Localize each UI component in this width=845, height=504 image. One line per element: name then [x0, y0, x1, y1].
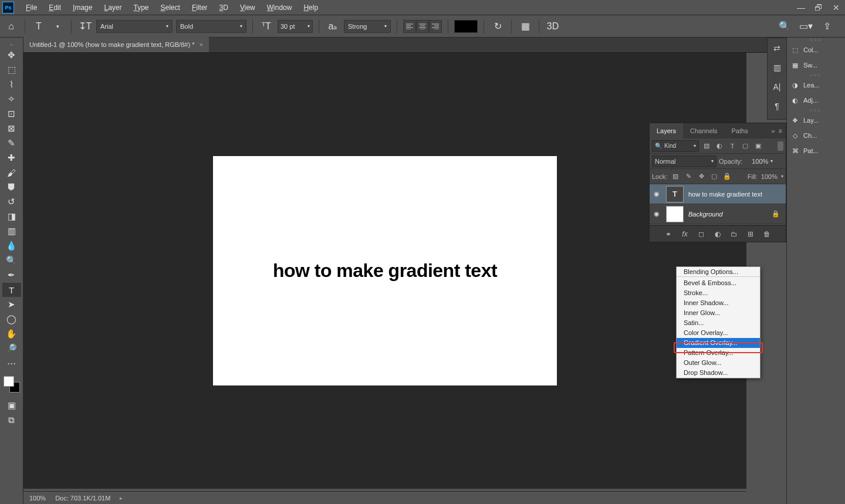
chevron-right-icon[interactable]: ▸: [120, 495, 123, 501]
menu-layer[interactable]: Layer: [98, 0, 127, 15]
filter-pixel-icon[interactable]: ▧: [701, 141, 712, 151]
crop-tool[interactable]: ⊡: [2, 107, 21, 121]
window-restore-button[interactable]: 🗗: [810, 0, 827, 15]
healing-tool[interactable]: ✚: [2, 151, 21, 165]
layer-thumbnail[interactable]: [666, 206, 684, 222]
screenmode-tool[interactable]: ⧉: [2, 413, 21, 427]
layer-row[interactable]: ◉ Background 🔒: [650, 204, 786, 224]
align-right-button[interactable]: [429, 20, 442, 33]
menu-item-outer-glow[interactable]: Outer Glow...: [677, 358, 760, 368]
lasso-tool[interactable]: ⌇: [2, 77, 21, 92]
chevron-down-icon[interactable]: ▾: [770, 158, 773, 164]
align-center-button[interactable]: [416, 20, 429, 33]
window-minimize-button[interactable]: —: [792, 0, 810, 15]
histogram-icon[interactable]: ▥: [768, 57, 786, 77]
layer-thumbnail[interactable]: T: [666, 186, 684, 202]
shape-tool[interactable]: ◯: [2, 312, 21, 326]
frame-tool[interactable]: ⊠: [2, 121, 21, 136]
dropdown-icon[interactable]: ▾: [50, 19, 65, 34]
opacity-value[interactable]: 100%: [745, 158, 768, 165]
history-brush-tool[interactable]: ↺: [2, 195, 21, 209]
path-select-tool[interactable]: ➤: [2, 297, 21, 312]
warp-text-icon[interactable]: ↻: [490, 19, 505, 34]
panel-handle-icon[interactable]: ≡≡≡: [787, 73, 845, 77]
panel-menu[interactable]: »≡: [768, 127, 786, 134]
menu-type[interactable]: Type: [127, 0, 154, 15]
close-icon[interactable]: ×: [199, 41, 202, 48]
filter-type-icon[interactable]: T: [727, 141, 738, 151]
adjustment-icon[interactable]: ◐: [712, 230, 723, 238]
canvas[interactable]: how to make gradient text: [213, 156, 557, 385]
menu-item-color-overlay[interactable]: Color Overlay...: [677, 328, 760, 338]
character-icon[interactable]: A|: [768, 77, 786, 96]
type-tool[interactable]: T: [2, 283, 21, 297]
panel-adjustments[interactable]: ◐Adj...: [787, 93, 845, 108]
fill-value[interactable]: 100%: [761, 173, 778, 180]
chevron-down-icon[interactable]: ▾: [781, 174, 783, 179]
orientation-icon[interactable]: ↧T: [77, 19, 93, 34]
quick-select-tool[interactable]: ✧: [2, 92, 21, 106]
filter-shape-icon[interactable]: ▢: [740, 141, 751, 151]
menu-item-inner-glow[interactable]: Inner Glow...: [677, 308, 760, 318]
edit-toolbar[interactable]: ⋯: [2, 356, 21, 370]
menu-help[interactable]: Help: [298, 0, 324, 15]
search-icon[interactable]: 🔍: [777, 19, 792, 34]
panel-handle-icon[interactable]: ≡≡≡: [787, 38, 845, 42]
eyedropper-tool[interactable]: ✎: [2, 136, 21, 150]
pen-tool[interactable]: ✒: [2, 268, 21, 282]
layer-name[interactable]: how to make gradient text: [688, 191, 762, 198]
tab-layers[interactable]: Layers: [650, 123, 683, 138]
brush-tool[interactable]: 🖌: [2, 165, 21, 180]
menu-item-bevel-emboss[interactable]: Bevel & Emboss...: [677, 278, 760, 288]
dodge-tool[interactable]: 🔍: [2, 253, 21, 268]
3d-icon[interactable]: 3D: [545, 19, 560, 34]
panel-color[interactable]: ⬚Col...: [787, 42, 845, 57]
menu-view[interactable]: View: [234, 0, 261, 15]
move-tool[interactable]: ✥: [2, 48, 21, 62]
character-panel-icon[interactable]: ▦: [518, 19, 533, 34]
lock-paint-icon[interactable]: ✎: [684, 172, 693, 180]
collapse-handle-icon[interactable]: »: [6, 42, 18, 46]
menu-item-drop-shadow[interactable]: Drop Shadow...: [677, 368, 760, 378]
home-icon[interactable]: ⌂: [4, 19, 19, 34]
menu-item-gradient-overlay[interactable]: Gradient Overlay...: [677, 338, 760, 348]
doc-size[interactable]: Doc: 703.1K/1.01M: [55, 495, 110, 502]
workspace-icon[interactable]: ▭▾: [798, 19, 813, 34]
menu-edit[interactable]: Edit: [43, 0, 67, 15]
mask-icon[interactable]: ◻: [696, 230, 707, 238]
font-family-select[interactable]: Arial▾: [96, 20, 173, 33]
quickmask-tool[interactable]: ▣: [2, 398, 21, 412]
share-icon[interactable]: ⇪: [819, 19, 834, 34]
menu-select[interactable]: Select: [155, 0, 186, 15]
gradient-tool[interactable]: ▥: [2, 224, 21, 238]
marquee-tool[interactable]: ⬚: [2, 63, 21, 77]
tab-paths[interactable]: Paths: [725, 123, 755, 138]
menu-window[interactable]: Window: [261, 0, 298, 15]
visibility-icon[interactable]: ◉: [652, 190, 661, 198]
foreground-swatch[interactable]: [4, 376, 14, 387]
panel-swatches[interactable]: ▦Sw...: [787, 57, 845, 73]
menu-item-satin[interactable]: Satin...: [677, 318, 760, 328]
text-color-swatch[interactable]: [454, 20, 478, 33]
lock-transparency-icon[interactable]: ▨: [671, 172, 680, 180]
menu-3d[interactable]: 3D: [214, 0, 234, 15]
panel-channels-shortcut[interactable]: ◇Ch...: [787, 128, 845, 143]
group-icon[interactable]: 🗀: [729, 230, 739, 238]
tab-channels[interactable]: Channels: [683, 123, 724, 138]
color-swatches[interactable]: [4, 376, 20, 393]
type-tool-indicator-icon[interactable]: T: [31, 19, 46, 34]
properties-icon[interactable]: ⇄: [768, 38, 786, 57]
layer-row[interactable]: ◉ T how to make gradient text: [650, 184, 786, 204]
menu-file[interactable]: File: [20, 0, 43, 15]
work-area[interactable]: how to make gradient text: [23, 53, 746, 489]
panel-layers-shortcut[interactable]: ❖Lay...: [787, 113, 845, 128]
blend-mode-select[interactable]: Normal▾: [652, 155, 716, 167]
lock-all-icon[interactable]: 🔒: [722, 172, 732, 180]
menu-image[interactable]: Image: [67, 0, 98, 15]
panel-handle-icon[interactable]: ≡≡≡: [787, 108, 845, 113]
layer-name[interactable]: Background: [688, 211, 723, 218]
document-tab[interactable]: Untitled-1 @ 100% (how to make gradient …: [23, 37, 209, 52]
lock-artboard-icon[interactable]: ▢: [709, 172, 719, 180]
panel-learn[interactable]: ◑Lea...: [787, 77, 845, 93]
antialias-select[interactable]: Strong▾: [344, 20, 391, 33]
